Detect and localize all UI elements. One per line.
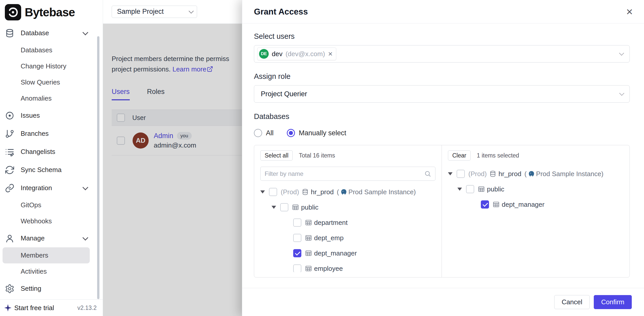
sidebar-footer: Start free trial v2.13.2 (0, 299, 103, 316)
sidebar-item-label: Database (21, 29, 49, 37)
radio-circle[interactable] (254, 129, 262, 137)
tree-row-table[interactable]: dept_manager (260, 246, 435, 261)
sidebar-item-slow-queries[interactable]: Slow Queries (0, 74, 103, 90)
tree-checkbox[interactable] (293, 234, 301, 242)
tree-checkbox[interactable] (293, 264, 301, 272)
chevron-down-icon (83, 184, 88, 190)
grant-access-drawer: Grant Access × Select users DE dev (dev@… (242, 0, 644, 316)
sidebar-item-activities[interactable]: Activities (0, 263, 103, 279)
sidebar-item-manage[interactable]: Manage (0, 229, 103, 247)
schema-name: public (301, 203, 318, 211)
chevron-down-icon (619, 91, 624, 96)
tree-row-schema[interactable]: public (260, 200, 435, 215)
sidebar-item-branches[interactable]: Branches (0, 125, 103, 143)
version-label: v2.13.2 (78, 305, 97, 311)
sidebar-item-changelists[interactable]: Changelists (0, 143, 103, 161)
sidebar-scrollbar[interactable] (97, 36, 99, 299)
tree-row-database[interactable]: (Prod) hr_prod (Prod Sample Instance) (448, 166, 623, 181)
sidebar-item-databases[interactable]: Databases (0, 42, 103, 58)
sidebar-item-webhooks[interactable]: Webhooks (0, 213, 103, 229)
select-all-button[interactable]: Select all (260, 150, 293, 161)
postgres-icon (340, 189, 347, 196)
sidebar-item-label: Change History (21, 62, 66, 70)
close-icon[interactable]: × (626, 6, 633, 17)
trial-label: Start free trial (14, 304, 54, 312)
tree-checkbox[interactable] (457, 170, 465, 178)
caret-down-icon[interactable] (448, 172, 453, 175)
sidebar-item-anomalies[interactable]: Anomalies (0, 90, 103, 106)
table-name: employee (314, 265, 343, 272)
sidebar-item-label: Branches (21, 130, 49, 138)
caret-down-icon[interactable] (260, 190, 265, 193)
database-icon (5, 28, 15, 38)
tree-row-database[interactable]: (Prod) hr_prod (Prod Sample Instance) (260, 184, 435, 200)
caret-down-icon[interactable] (272, 206, 276, 209)
chevron-down-icon (83, 29, 88, 35)
table-name: dept_manager (314, 249, 357, 257)
tree-row-table[interactable]: employee (260, 261, 435, 272)
sidebar-item-label: Sync Schema (21, 166, 61, 174)
chip-user-email: (dev@x.com) (286, 50, 325, 58)
database-name: hr_prod (498, 170, 521, 178)
database-name: hr_prod (311, 188, 334, 196)
assign-role-label: Assign role (254, 72, 630, 81)
integration-icon (5, 183, 15, 193)
filter-input[interactable] (265, 170, 424, 177)
sidebar-item-label: Setting (21, 285, 41, 293)
sidebar-item-label: Integration (21, 184, 52, 192)
tree-row-table[interactable]: dept_manager (448, 197, 623, 212)
table-icon (305, 219, 312, 226)
instance-label: (Prod Sample Instance) (524, 170, 603, 178)
start-free-trial-button[interactable]: Start free trial (4, 303, 54, 312)
sidebar-item-members[interactable]: Members (3, 247, 90, 263)
tree-checkbox-checked[interactable] (293, 249, 301, 257)
drawer-body: Select users DE dev (dev@x.com) × Assign… (242, 23, 644, 288)
chevron-down-icon (619, 51, 624, 56)
database-scope-radios: All Manually select (254, 129, 630, 137)
sidebar-item-change-history[interactable]: Change History (0, 58, 103, 74)
bytebase-logo[interactable]: Bytebase (0, 0, 103, 23)
tree-checkbox[interactable] (280, 203, 288, 211)
source-tree: (Prod) hr_prod (Prod Sample Instance) pu… (260, 184, 435, 272)
sidebar-item-label: Anomalies (21, 94, 51, 102)
confirm-button[interactable]: Confirm (594, 295, 632, 309)
drawer-title: Grant Access (254, 7, 308, 17)
sidebar-item-label: Databases (21, 46, 52, 54)
radio-circle-checked[interactable] (287, 129, 295, 137)
chip-user-name: dev (272, 50, 282, 58)
tree-checkbox[interactable] (269, 188, 277, 196)
caret-down-icon[interactable] (457, 188, 462, 191)
user-select-input[interactable]: DE dev (dev@x.com) × (254, 45, 630, 63)
sidebar-item-gitops[interactable]: GitOps (0, 197, 103, 213)
tree-row-table[interactable]: department (260, 215, 435, 230)
sidebar-item-sync-schema[interactable]: Sync Schema (0, 161, 103, 179)
databases-label: Databases (254, 112, 630, 121)
tree-checkbox[interactable] (466, 185, 474, 193)
tree-checkbox-checked[interactable] (481, 200, 489, 209)
sidebar-item-setting[interactable]: Setting (0, 279, 103, 298)
clear-button[interactable]: Clear (448, 150, 471, 161)
environment-label: (Prod) (468, 170, 487, 178)
branch-icon (5, 129, 15, 139)
sidebar-item-integration[interactable]: Integration (0, 179, 103, 197)
schema-name: public (487, 185, 504, 193)
remove-user-icon[interactable]: × (328, 50, 333, 58)
bytebase-logo-icon (5, 4, 21, 20)
tree-checkbox[interactable] (293, 218, 301, 227)
project-selector[interactable]: Sample Project (112, 6, 197, 18)
cancel-button[interactable]: Cancel (554, 295, 590, 309)
sidebar-item-label: Activities (21, 268, 47, 275)
sidebar-item-database[interactable]: Database (0, 24, 103, 42)
sidebar-item-label: Issues (21, 112, 40, 119)
select-users-label: Select users (254, 32, 630, 41)
sidebar-item-issues[interactable]: Issues (0, 106, 103, 125)
table-icon (305, 250, 312, 257)
filter-input-wrap (260, 167, 435, 181)
database-icon (302, 188, 309, 196)
tree-row-table[interactable]: dept_emp (260, 230, 435, 246)
radio-all[interactable]: All (254, 129, 274, 137)
radio-manually-select[interactable]: Manually select (287, 129, 346, 137)
tree-row-schema[interactable]: public (448, 181, 623, 197)
selected-tree: (Prod) hr_prod (Prod Sample Instance) pu… (448, 166, 623, 212)
role-select[interactable]: Project Querier (254, 85, 630, 103)
